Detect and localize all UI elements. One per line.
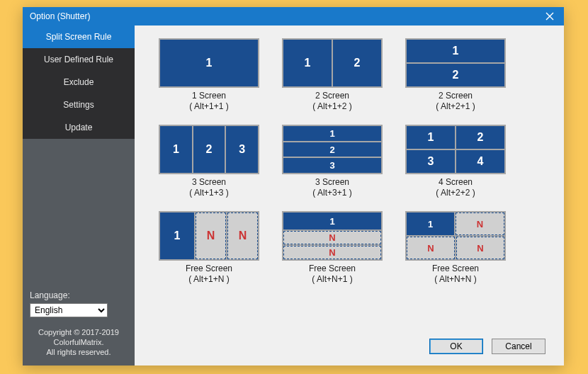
layout-cell-n: N [283,231,381,244]
layout-preview: 1 [159,38,259,88]
layout-cell: 2 [283,142,381,157]
button-label: Cancel [505,341,531,351]
layout-preview: 1 2 [405,38,506,88]
layout-preview: 1 N N N [405,211,506,261]
sidebar-item-exclude[interactable]: Exclude [23,71,135,94]
language-label: Language: [30,290,128,300]
layout-preview: 1 2 [282,38,383,88]
sidebar-item-settings[interactable]: Settings [23,94,135,116]
layout-title: 3 Screen [189,177,228,188]
layout-title: 3 Screen [312,177,351,188]
layout-tile-free-nn[interactable]: 1 N N N Free Screen ( Alt+N+N ) [402,211,509,285]
layout-grid: 1 1 Screen ( Alt+1+1 ) 1 2 2 Screen [156,38,550,285]
window-body: Split Screen Rule User Defined Rule Excl… [23,26,564,366]
layout-preview: 1 2 3 [282,125,383,174]
sidebar-nav: Split Screen Rule User Defined Rule Excl… [23,26,135,139]
dialog-footer: OK Cancel [156,334,550,358]
layout-tile-3screen-v[interactable]: 1 2 3 3 Screen ( Alt+3+1 ) [279,125,385,198]
layout-cell: 2 [333,40,381,86]
layout-shortcut: ( Alt+3+1 ) [312,188,351,198]
layout-cell: 3 [283,158,381,173]
layout-shortcut: ( Alt+2+2 ) [436,188,475,198]
sidebar-bottom: Language: English Copyright © 2017-2019 … [23,285,135,366]
close-icon [545,12,554,21]
layout-label: 2 Screen ( Alt+2+1 ) [436,91,475,112]
sidebar-item-label: Settings [63,100,94,110]
layout-label: 3 Screen ( Alt+1+3 ) [189,177,228,198]
layout-tile-4screen[interactable]: 1 2 3 4 4 Screen ( Alt+2+2 ) [402,125,509,198]
layout-tile-2screen-h[interactable]: 1 2 2 Screen ( Alt+1+2 ) [279,38,385,112]
sidebar-item-label: Split Screen Rule [46,32,112,42]
layout-cell: 1 [407,126,455,149]
layout-preview: 1 2 3 4 [405,125,506,174]
options-window: Option (Shutter) Split Screen Rule User … [23,7,564,366]
layout-tile-1screen[interactable]: 1 1 Screen ( Alt+1+1 ) [156,38,262,112]
layout-tile-3screen-h[interactable]: 1 2 3 3 Screen ( Alt+1+3 ) [156,125,262,198]
ok-button[interactable]: OK [429,339,483,354]
cancel-button[interactable]: Cancel [492,339,545,354]
sidebar: Split Screen Rule User Defined Rule Excl… [23,26,135,366]
layout-cell: 1 [160,212,194,259]
sidebar-item-label: Exclude [64,77,94,87]
copyright-line: All rights reserved. [30,347,128,357]
layout-shortcut: ( Alt+1+N ) [186,274,232,285]
layout-shortcut: ( Alt+N+N ) [432,274,479,285]
layout-preview: 1 N N [159,211,259,261]
main-panel: 1 1 Screen ( Alt+1+1 ) 1 2 2 Screen [135,26,564,366]
sidebar-item-user-defined-rule[interactable]: User Defined Rule [23,48,135,71]
layout-label: Free Screen ( Alt+N+1 ) [309,264,356,285]
layout-cell: 4 [456,150,504,173]
button-label: OK [450,341,462,351]
layout-cell: 1 [160,126,192,173]
layout-cell: 1 [283,126,381,141]
layout-label: Free Screen ( Alt+N+N ) [432,264,479,285]
copyright-line: Copyright © 2017-2019 [30,327,128,337]
layout-shortcut: ( Alt+1+3 ) [189,188,228,198]
layout-title: 2 Screen [436,91,475,101]
sidebar-item-update[interactable]: Update [23,116,135,139]
layout-cell: 1 [160,40,258,86]
layout-cell-n: N [456,212,504,235]
layout-cell: 1 [407,212,454,235]
window-title: Option (Shutter) [30,11,536,21]
copyright-line: ColorfulMatrix. [30,337,128,347]
layout-shortcut: ( Alt+2+1 ) [436,101,475,112]
layout-cell-n: N [456,237,504,259]
close-button[interactable] [536,7,564,26]
layout-cell: 2 [407,64,504,86]
layout-tile-2screen-v[interactable]: 1 2 2 Screen ( Alt+2+1 ) [402,38,509,112]
layout-cell-n: N [407,237,455,259]
layout-shortcut: ( Alt+1+2 ) [312,101,351,112]
layout-row: 1 2 [407,126,504,149]
layout-row: 1 N [407,212,504,235]
layout-cell: 1 [283,40,332,86]
layout-cell: 2 [456,126,504,149]
layout-cell-n: N [283,246,381,259]
layout-tile-free-n1[interactable]: 1 N N Free Screen ( Alt+N+1 ) [279,211,385,285]
titlebar: Option (Shutter) [23,7,564,26]
sidebar-item-label: User Defined Rule [44,55,113,64]
layout-row: 3 4 [407,150,504,173]
layout-label: 2 Screen ( Alt+1+2 ) [312,91,351,112]
layout-label: 3 Screen ( Alt+3+1 ) [312,177,351,198]
sidebar-item-split-screen-rule[interactable]: Split Screen Rule [23,26,135,48]
layout-cell: 1 [407,40,504,62]
layout-title: Free Screen [309,264,356,274]
layout-tile-free-1n[interactable]: 1 N N Free Screen ( Alt+1+N ) [156,211,262,285]
sidebar-spacer [23,139,135,285]
layout-cell: 3 [226,126,258,173]
layout-cell-n: N [227,212,258,259]
layout-title: Free Screen [186,264,232,274]
layout-cell: 1 [283,212,381,230]
language-select[interactable]: English [30,303,108,317]
layout-shortcut: ( Alt+N+1 ) [309,274,356,285]
layout-title: 4 Screen [436,177,475,188]
layout-title: 2 Screen [312,91,351,101]
layout-label: 1 Screen ( Alt+1+1 ) [189,91,228,112]
layout-title: Free Screen [432,264,479,274]
layout-shortcut: ( Alt+1+1 ) [189,101,228,112]
layout-cell: 2 [193,126,225,173]
layout-cell: 3 [407,150,455,173]
layout-cell-n: N [196,212,226,259]
copyright: Copyright © 2017-2019 ColorfulMatrix. Al… [30,327,128,357]
